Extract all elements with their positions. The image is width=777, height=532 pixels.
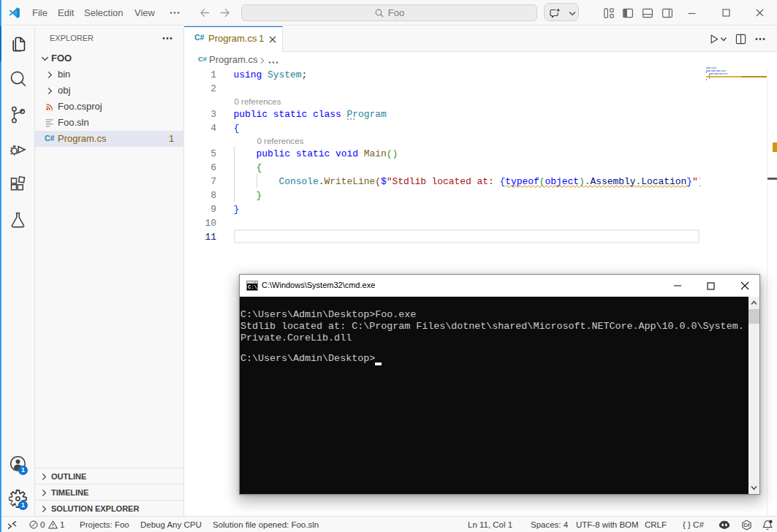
svg-text:C#: C# <box>743 522 750 528</box>
